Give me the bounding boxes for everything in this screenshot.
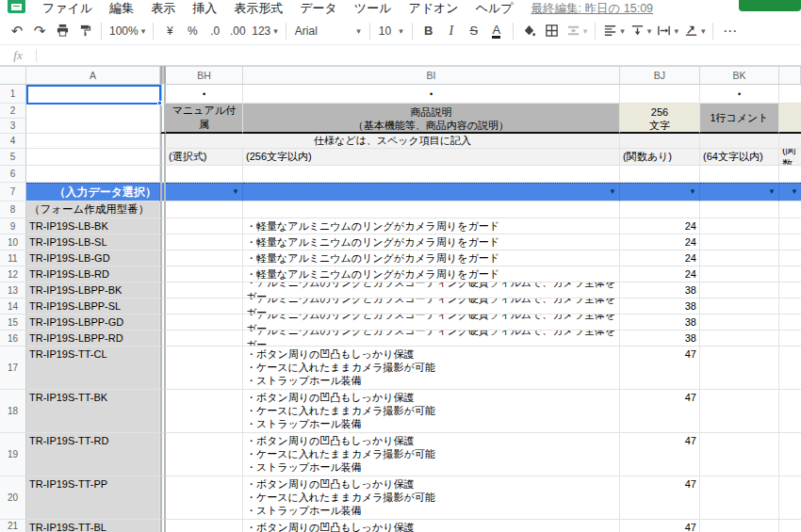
menu-insert[interactable]: 挿入 [184, 0, 225, 17]
cell[interactable] [779, 476, 801, 520]
cell[interactable] [700, 250, 779, 266]
cell[interactable] [779, 282, 801, 298]
row-header[interactable]: 1 [0, 85, 26, 104]
print-button[interactable] [51, 20, 74, 42]
row-header[interactable]: 19 [0, 433, 26, 476]
number-format-button[interactable]: 123▾ [249, 20, 281, 42]
cell[interactable] [620, 85, 700, 104]
select-all-corner[interactable] [0, 66, 26, 85]
dropdown-arrow-icon[interactable]: ▼ [609, 188, 616, 196]
menu-format[interactable]: 表示形式 [225, 0, 291, 17]
cell[interactable] [166, 266, 243, 282]
cell[interactable] [779, 202, 801, 218]
cell-char-count[interactable]: 38 [620, 330, 700, 347]
cell[interactable] [700, 218, 779, 234]
cell-model-number[interactable]: TR-IP19S-LB-BK [26, 218, 160, 234]
row-header[interactable]: 15 [0, 314, 26, 330]
cell-char-count[interactable]: 24 [620, 234, 700, 250]
cell-model-number[interactable]: TR-IP19S-TT-RD [26, 433, 160, 476]
cell[interactable] [779, 433, 801, 476]
cell-description[interactable]: ・アルミニウムのリングとガラスコーティング硬質フィルムで、カメラ全体をガー [243, 298, 620, 314]
cell-field-description-header[interactable]: 商品説明 （基本機能等、商品内容の説明） [243, 104, 620, 134]
cell[interactable] [779, 218, 801, 234]
cell[interactable]: (関数あり) [620, 149, 700, 166]
redo-button[interactable]: ↷ [28, 20, 51, 42]
cell-model-number[interactable]: TR-IP19S-TT-BL [26, 520, 160, 532]
cell[interactable] [700, 347, 779, 390]
cell[interactable] [779, 314, 801, 330]
cell-model-number[interactable]: TR-IP19S-LBPP-RD [26, 330, 160, 347]
sheets-logo-icon[interactable] [8, 0, 25, 13]
row-header[interactable]: 6 [0, 166, 26, 183]
cell[interactable] [779, 520, 801, 532]
cell-field-comment[interactable]: 1行コメント [700, 104, 779, 134]
row-header[interactable]: 13 [0, 282, 26, 298]
cell[interactable] [779, 347, 801, 390]
cell[interactable] [166, 166, 243, 183]
vertical-align-button[interactable]: ▾ [628, 20, 655, 42]
cell-description[interactable]: ・ボタン周りの凹凸もしっかり保護 ・ケースに入れたままカメラ撮影が可能 ・ストラ… [243, 390, 620, 433]
row-header[interactable]: 16 [0, 330, 26, 347]
increase-decimal-button[interactable]: .00 [226, 20, 249, 42]
row-header[interactable]: 7 [0, 183, 26, 202]
cell[interactable] [166, 282, 243, 298]
cell[interactable] [26, 134, 160, 149]
cell-description[interactable]: ・アルミニウムのリングとガラスコーティング硬質フィルムで、カメラ全体をガー [243, 282, 620, 298]
borders-button[interactable] [541, 20, 564, 42]
cell-dropdown[interactable]: ▼ [700, 183, 779, 202]
row-header[interactable]: 12 [0, 266, 26, 282]
cell[interactable]: (関数 [779, 149, 801, 166]
row-header[interactable]: 10 [0, 234, 26, 250]
cell[interactable] [166, 298, 243, 314]
text-rotation-button[interactable]: ▾ [681, 20, 709, 42]
cell-char-count[interactable]: 47 [620, 476, 700, 520]
menu-tools[interactable]: ツール [346, 0, 400, 17]
row-header[interactable]: 18 [0, 390, 26, 433]
cell-dropdown[interactable]: ▼ [779, 183, 801, 202]
cell[interactable] [700, 234, 779, 250]
cell-char-count[interactable]: 47 [620, 390, 700, 433]
cell[interactable] [779, 166, 801, 183]
text-color-button[interactable]: A [485, 20, 508, 42]
cell-field-256chars[interactable]: 256 文字 [620, 104, 700, 134]
cell[interactable] [166, 202, 243, 218]
cell[interactable] [620, 166, 700, 183]
row-header[interactable]: 11 [0, 250, 26, 266]
row-header[interactable]: 5 [0, 149, 26, 166]
cell[interactable] [700, 433, 779, 476]
cell-description[interactable]: ・ボタン周りの凹凸もしっかり保護 ・ケースに入れたままカメラ撮影が可能 ・ストラ… [243, 347, 620, 390]
column-header-BI[interactable]: BI [243, 66, 620, 85]
cell[interactable] [26, 149, 160, 166]
row-header[interactable]: 17 [0, 347, 26, 390]
cell-description[interactable]: ・ボタン周りの凹凸もしっかり保護 ・ケースに入れたままカメラ撮影が可能 ・ストラ… [243, 476, 620, 520]
column-header-BJ[interactable]: BJ [620, 66, 700, 85]
row-header[interactable]: 14 [0, 298, 26, 314]
cell-dropdown[interactable]: ▼ [166, 183, 243, 202]
cell-a1[interactable] [26, 85, 160, 104]
cell[interactable] [166, 330, 243, 347]
font-size-select[interactable]: 10▾ [375, 20, 407, 42]
cell[interactable] [243, 166, 620, 183]
paint-format-button[interactable] [74, 20, 96, 42]
column-header-A[interactable]: A [26, 66, 160, 85]
cell-description[interactable]: ・軽量なアルミニウムのリングがカメラ周りをガード [243, 250, 620, 266]
cell[interactable] [700, 282, 779, 298]
dropdown-arrow-icon[interactable]: ▼ [768, 188, 776, 196]
cell-char-count[interactable]: 24 [620, 218, 700, 234]
column-header-BH[interactable]: BH [166, 66, 243, 85]
cell[interactable] [166, 520, 243, 532]
row-header[interactable]: 9 [0, 218, 26, 234]
horizontal-align-button[interactable]: ▾ [600, 20, 628, 42]
dropdown-arrow-icon[interactable]: ▼ [791, 188, 798, 196]
cell[interactable] [779, 85, 801, 104]
column-header-BK[interactable]: BK [700, 66, 779, 85]
cell-input-data-select[interactable]: （入力データ選択） [26, 183, 160, 202]
cell[interactable] [779, 134, 801, 149]
decrease-decimal-button[interactable]: .0 [204, 20, 226, 42]
cell[interactable] [166, 390, 243, 433]
menu-help[interactable]: ヘルプ [467, 0, 522, 17]
cell[interactable] [243, 202, 620, 218]
cell-description[interactable]: ・軽量なアルミニウムのリングがカメラ周りをガード [243, 266, 620, 282]
menu-view[interactable]: 表示 [142, 0, 184, 17]
menu-file[interactable]: ファイル [34, 0, 101, 17]
